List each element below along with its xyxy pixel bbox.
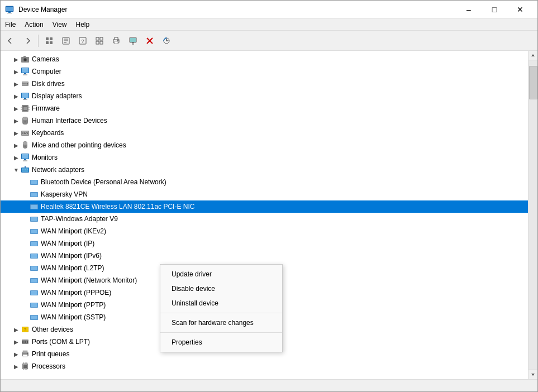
menu-help[interactable]: Help <box>72 18 94 30</box>
expand-disk-drives[interactable]: ▶ <box>12 79 21 88</box>
keyboard-icon <box>21 128 30 137</box>
expand-monitors[interactable]: ▶ <box>12 153 21 162</box>
tree-item-kaspersky[interactable]: ▶ Kaspersky VPN <box>1 188 528 200</box>
svg-rect-94 <box>31 254 37 258</box>
toolbar-btn-4[interactable] <box>58 33 74 49</box>
expand-other[interactable]: ▶ <box>12 325 21 334</box>
toolbar-btn-5[interactable]: ? <box>75 33 91 49</box>
svg-text:?: ? <box>24 327 27 332</box>
scroll-up-button[interactable] <box>529 51 538 60</box>
svg-rect-20 <box>115 41 118 44</box>
context-menu: Update driver Disable device Uninstall d… <box>160 264 283 352</box>
tree-item-keyboards[interactable]: ▶ Keyboards <box>1 127 528 139</box>
expand-hid[interactable]: ▶ <box>12 116 21 125</box>
expand-mice[interactable]: ▶ <box>12 141 21 150</box>
tree-item-hid[interactable]: ▶ Human Interface Devices <box>1 114 528 127</box>
uninstall-button[interactable] <box>142 33 158 49</box>
svg-text:?: ? <box>81 39 84 44</box>
svg-rect-114 <box>23 355 27 357</box>
printer-icon <box>21 350 30 358</box>
tree-item-cameras[interactable]: ▶ Cameras <box>1 53 528 65</box>
disk-drives-label: Disk drives <box>32 80 65 88</box>
scan-button[interactable] <box>159 33 174 49</box>
svg-rect-15 <box>100 37 103 40</box>
tree-item-wan-ikev2[interactable]: ▶ WAN Miniport (IKEv2) <box>1 225 528 237</box>
tree-item-monitors[interactable]: ▶ Monitors <box>1 151 528 164</box>
scroll-down-button[interactable] <box>529 370 538 379</box>
maximize-button[interactable]: □ <box>482 1 507 18</box>
tree-panel[interactable]: ▶ Cameras ▶ <box>1 51 528 379</box>
wan-ipv6-label: WAN Miniport (IPv6) <box>41 252 102 260</box>
context-menu-properties[interactable]: Properties <box>160 335 282 350</box>
status-bar <box>1 379 537 391</box>
minimize-button[interactable]: – <box>456 1 482 18</box>
back-button[interactable] <box>3 33 18 49</box>
tree-item-computer[interactable]: ▶ Computer <box>1 65 528 78</box>
device-manager-window: Device Manager – □ ✕ File Action View He… <box>0 0 538 392</box>
context-menu-uninstall-device[interactable]: Uninstall device <box>160 296 282 310</box>
computer-icon <box>21 67 30 76</box>
tree-item-tap[interactable]: ▶ TAP-Windows Adapter V9 <box>1 213 528 225</box>
context-menu-disable-device[interactable]: Disable device <box>160 281 282 296</box>
context-menu-scan-hardware[interactable]: Scan for hardware changes <box>160 315 282 330</box>
wan-pptp-icon <box>30 300 39 309</box>
wan-network-icon <box>30 276 39 285</box>
svg-point-21 <box>117 40 118 41</box>
tree-item-network-adapters[interactable]: ▼ Network adapters <box>1 164 528 176</box>
toolbar-btn-3[interactable] <box>41 33 57 49</box>
tree-item-wan-ip[interactable]: ▶ WAN Miniport (IP) <box>1 237 528 250</box>
menu-action[interactable]: Action <box>20 18 47 30</box>
wan-l2tp-icon <box>30 264 39 273</box>
mouse-icon <box>21 141 30 150</box>
svg-rect-23 <box>130 38 136 42</box>
expand-processors[interactable]: ▶ <box>12 362 21 371</box>
expand-print[interactable]: ▶ <box>12 350 21 358</box>
expand-cameras[interactable]: ▶ <box>12 55 21 64</box>
tree-item-wan-ipv6[interactable]: ▶ WAN Miniport (IPv6) <box>1 250 528 262</box>
toolbar-btn-8[interactable] <box>125 33 141 49</box>
tree-item-disk-drives[interactable]: ▶ Disk drives <box>1 78 528 90</box>
expand-network[interactable]: ▼ <box>12 165 21 174</box>
toolbar-btn-7[interactable] <box>108 33 124 49</box>
window-title: Device Manager <box>18 6 67 13</box>
vertical-scrollbar[interactable] <box>528 51 537 379</box>
expand-keyboards[interactable]: ▶ <box>12 128 21 137</box>
expand-computer[interactable]: ▶ <box>12 67 21 76</box>
bluetooth-icon <box>30 178 39 187</box>
svg-rect-109 <box>22 341 23 343</box>
other-devices-label: Other devices <box>32 326 73 333</box>
svg-rect-118 <box>23 365 27 368</box>
scroll-track[interactable] <box>529 60 538 370</box>
close-button[interactable]: ✕ <box>507 1 533 18</box>
svg-rect-44 <box>22 93 28 98</box>
context-menu-sep-2 <box>160 332 282 333</box>
svg-rect-14 <box>96 37 99 40</box>
context-menu-update-driver[interactable]: Update driver <box>160 267 282 281</box>
expand-firmware[interactable]: ▶ <box>12 104 21 113</box>
title-bar: Device Manager – □ ✕ <box>1 1 537 18</box>
wan-ip-label: WAN Miniport (IP) <box>41 240 94 247</box>
forward-button[interactable] <box>20 33 35 49</box>
menu-view[interactable]: View <box>48 18 72 30</box>
camera-icon <box>21 55 30 64</box>
tree-item-realtek[interactable]: ▶ Realtek 8821CE Wireless LAN 802.11ac P… <box>1 200 528 213</box>
tree-item-display-adapters[interactable]: ▶ Display adapters <box>1 90 528 102</box>
toolbar-btn-6[interactable] <box>92 33 107 49</box>
computer-label: Computer <box>32 68 61 75</box>
svg-rect-1 <box>6 7 13 11</box>
svg-rect-98 <box>31 279 37 283</box>
svg-rect-72 <box>22 154 28 159</box>
tree-item-processors[interactable]: ▶ Processors <box>1 360 528 372</box>
menu-file[interactable]: File <box>1 18 20 30</box>
scroll-thumb[interactable] <box>529 66 537 99</box>
tree-item-mice[interactable]: ▶ Mice and other pointing devices <box>1 139 528 151</box>
svg-rect-49 <box>23 107 27 110</box>
tree-item-firmware[interactable]: ▶ Firmware <box>1 102 528 114</box>
tree-item-bluetooth[interactable]: ▶ Bluetooth Device (Personal Area Networ… <box>1 176 528 188</box>
expand-display[interactable]: ▶ <box>12 92 21 101</box>
svg-rect-100 <box>31 291 37 295</box>
expand-ports[interactable]: ▶ <box>12 337 21 346</box>
kaspersky-label: Kaspersky VPN <box>41 190 88 198</box>
svg-rect-61 <box>24 132 25 133</box>
title-bar-left: Device Manager <box>5 5 67 14</box>
